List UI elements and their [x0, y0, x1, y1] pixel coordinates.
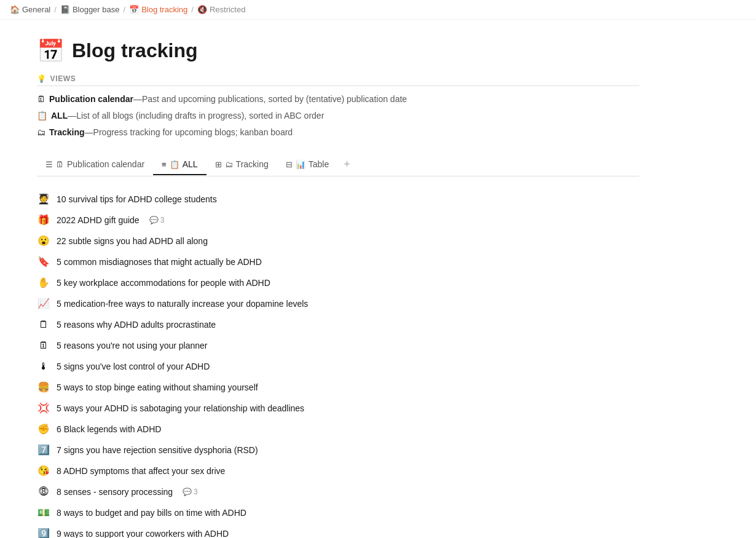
breadcrumb-item-blog-tracking[interactable]: 📅 Blog tracking	[129, 5, 187, 14]
blog-title: 8 ways to budget and pay bills on time w…	[57, 507, 246, 520]
comment-count: 3	[194, 486, 198, 497]
view-item-all[interactable]: 📋 ALL — List of all blogs (including dra…	[37, 108, 639, 124]
blog-emoji: ⓼	[37, 485, 50, 499]
breadcrumb: 🏠 General / 📓 Blogger base / 📅 Blog trac…	[0, 0, 756, 20]
breadcrumb-item-blogger[interactable]: 📓 Blogger base	[60, 5, 120, 14]
blog-title: 5 common misdiagnoses that might actuall…	[57, 256, 262, 269]
comment-count: 3	[160, 215, 165, 226]
blog-list: 🧑‍🎓10 survival tips for ADHD college stu…	[37, 189, 639, 538]
blog-emoji: 🗓	[37, 338, 50, 353]
blog-title: 22 subtle signs you had ADHD all along	[57, 235, 208, 248]
blog-emoji: 😮	[37, 234, 50, 248]
list-item[interactable]: 💢5 ways your ADHD is sabotaging your rel…	[37, 398, 639, 419]
view-item-tracking[interactable]: 🗂 Tracking — Progress tracking for upcom…	[37, 124, 639, 141]
tracking-view-icon: 🗂	[37, 126, 45, 139]
comment-icon: 💬	[149, 215, 159, 226]
tab-all[interactable]: ≡ 📋 ALL	[153, 154, 207, 175]
bulb-icon: 💡	[37, 74, 47, 83]
list-item[interactable]: ✊6 Black legends with ADHD	[37, 419, 639, 440]
list-item[interactable]: 🍔5 ways to stop binge eating without sha…	[37, 377, 639, 398]
blog-emoji: ✊	[37, 422, 50, 437]
restricted-icon: 🔇	[197, 5, 207, 14]
tabs-bar: ☰ 🗓 Publication calendar ≡ 📋 ALL ⊞ 🗂 Tra…	[37, 153, 639, 176]
blog-title: 8 senses - sensory processing	[57, 486, 173, 499]
blog-title: 5 reasons why ADHD adults procrastinate	[57, 318, 216, 331]
blog-title: 5 reasons you're not using your planner	[57, 339, 208, 352]
home-icon: 🏠	[10, 5, 20, 14]
view-item-publication-calendar[interactable]: 🗓 Publication calendar — Past and upcomi…	[37, 91, 639, 108]
list-item[interactable]: 🗒5 reasons why ADHD adults procrastinate	[37, 314, 639, 335]
list-item[interactable]: 😮22 subtle signs you had ADHD all along	[37, 231, 639, 251]
blog-emoji: 9️⃣	[37, 526, 50, 538]
tab-all-icon2: 📋	[170, 160, 179, 169]
tab-table[interactable]: ⊟ 📊 Table	[277, 154, 337, 175]
blog-title: 8 ADHD symptoms that affect your sex dri…	[57, 465, 225, 478]
tab-add-button[interactable]: +	[337, 153, 356, 176]
blogger-icon: 📓	[60, 5, 70, 14]
blog-title: 5 key workplace accommodations for peopl…	[57, 277, 270, 290]
calendar-view-icon: 🗓	[37, 93, 45, 106]
list-item[interactable]: 📈5 medication-free ways to naturally inc…	[37, 293, 639, 314]
tab-pub-cal-icon2: 🗓	[56, 160, 64, 169]
blog-emoji: 🧑‍🎓	[37, 192, 50, 207]
blog-title: 10 survival tips for ADHD college studen…	[57, 193, 217, 206]
blog-emoji: 💵	[37, 505, 50, 520]
blog-title: 5 medication-free ways to naturally incr…	[57, 298, 308, 311]
blog-emoji: 🍔	[37, 380, 50, 395]
blog-emoji: 😘	[37, 464, 50, 478]
page-content: 📅 Blog tracking 💡 VIEWS 🗓 Publication ca…	[0, 20, 676, 538]
list-item[interactable]: ⓼8 senses - sensory processing💬3	[37, 481, 639, 502]
blog-emoji: 📈	[37, 296, 50, 311]
tab-table-icon1: ⊟	[286, 160, 293, 169]
list-item[interactable]: 9️⃣9 ways to support your coworkers with…	[37, 523, 639, 538]
breadcrumb-item-restricted: 🔇 Restricted	[197, 5, 246, 14]
list-item[interactable]: 🔖5 common misdiagnoses that might actual…	[37, 251, 639, 272]
tab-all-icon1: ≡	[162, 160, 167, 169]
blog-emoji: 🔖	[37, 255, 50, 269]
blog-title: 5 signs you've lost control of your ADHD	[57, 360, 210, 373]
comment-icon: 💬	[183, 486, 192, 497]
breadcrumb-item-general[interactable]: 🏠 General	[10, 5, 50, 14]
blog-emoji: 🗒	[37, 317, 50, 332]
comment-badge: 💬3	[149, 215, 165, 226]
tab-tracking-icon1: ⊞	[215, 160, 222, 169]
all-view-icon: 📋	[37, 109, 47, 122]
blog-title: 6 Black legends with ADHD	[57, 423, 161, 436]
tab-pub-cal-icon1: ☰	[45, 160, 53, 169]
blog-emoji: 💢	[37, 401, 50, 416]
blog-emoji: 🎁	[37, 213, 50, 227]
blog-emoji: 7️⃣	[37, 443, 50, 457]
list-item[interactable]: 🗓5 reasons you're not using your planner	[37, 335, 639, 356]
breadcrumb-sep-1: /	[54, 5, 57, 14]
breadcrumb-sep-2: /	[124, 5, 126, 14]
blog-title: 5 ways your ADHD is sabotaging your rela…	[57, 402, 304, 415]
list-item[interactable]: 🌡5 signs you've lost control of your ADH…	[37, 356, 639, 377]
tab-tracking-icon2: 🗂	[225, 160, 233, 169]
blog-title: 9 ways to support your coworkers with AD…	[57, 528, 229, 539]
blog-emoji: ✋	[37, 275, 50, 290]
blog-title: 7 signs you have rejection sensitive dys…	[57, 444, 258, 457]
list-item[interactable]: 7️⃣7 signs you have rejection sensitive …	[37, 440, 639, 461]
tab-tracking[interactable]: ⊞ 🗂 Tracking	[207, 154, 277, 175]
blog-tracking-icon: 📅	[129, 5, 139, 14]
blog-title: 5 ways to stop binge eating without sham…	[57, 381, 258, 394]
list-item[interactable]: 😘8 ADHD symptoms that affect your sex dr…	[37, 461, 639, 481]
blog-emoji: 🌡	[37, 359, 50, 374]
list-item[interactable]: ✋5 key workplace accommodations for peop…	[37, 272, 639, 293]
views-label: 💡 VIEWS	[37, 74, 639, 86]
breadcrumb-sep-3: /	[191, 5, 194, 14]
page-header: 📅 Blog tracking	[37, 39, 639, 62]
comment-badge: 💬3	[183, 486, 198, 497]
list-item[interactable]: 🧑‍🎓10 survival tips for ADHD college stu…	[37, 189, 639, 210]
page-title-icon: 📅	[37, 40, 65, 62]
list-item[interactable]: 💵8 ways to budget and pay bills on time …	[37, 502, 639, 523]
blog-title: 2022 ADHD gift guide	[57, 214, 140, 227]
page-title: Blog tracking	[72, 39, 197, 62]
views-section: 💡 VIEWS 🗓 Publication calendar — Past an…	[37, 74, 639, 141]
tab-publication-calendar[interactable]: ☰ 🗓 Publication calendar	[37, 154, 153, 175]
list-item[interactable]: 🎁2022 ADHD gift guide💬3	[37, 210, 639, 231]
tab-table-icon2: 📊	[296, 160, 305, 169]
